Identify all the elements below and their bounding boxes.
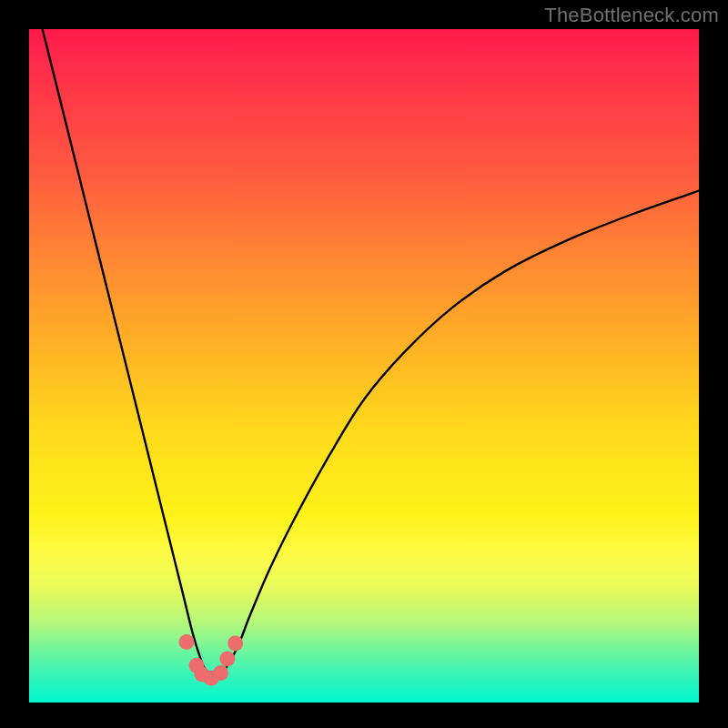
plot-area (29, 29, 699, 703)
attribution-text: TheBottleneck.com (544, 4, 719, 27)
curve-marker (219, 651, 235, 666)
marker-group (178, 634, 243, 686)
curve-marker (213, 665, 228, 681)
curve-layer (29, 29, 699, 703)
curve-marker (178, 634, 194, 650)
bottleneck-curve (29, 29, 699, 680)
curve-marker (228, 635, 243, 651)
chart-stage: TheBottleneck.com (0, 0, 728, 728)
